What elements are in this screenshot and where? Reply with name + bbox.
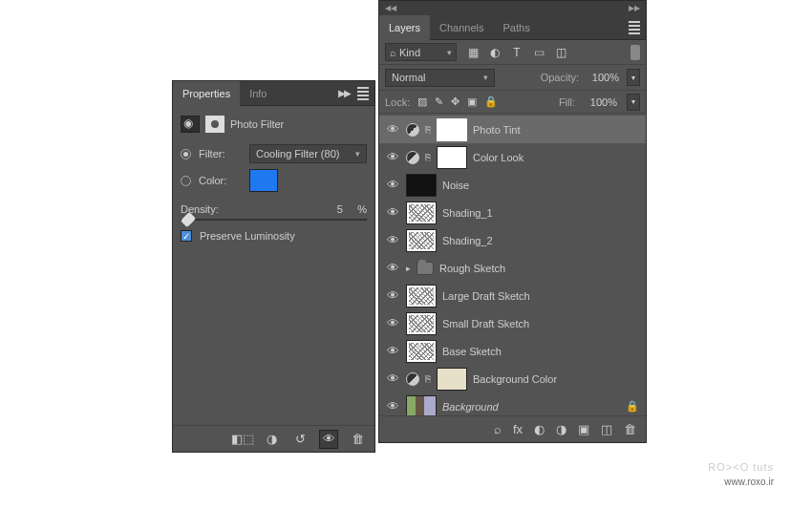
- layer-name[interactable]: Color Look: [473, 152, 640, 163]
- preserve-luminosity-checkbox[interactable]: [181, 230, 192, 242]
- layer-name[interactable]: Noise: [442, 180, 640, 191]
- layer-row[interactable]: 👁▸Rough Sketch: [379, 254, 646, 282]
- layer-name[interactable]: Shading_1: [442, 207, 640, 219]
- lock-pixels-icon[interactable]: ✎: [435, 95, 443, 108]
- filter-smart-icon[interactable]: ◫: [554, 46, 567, 59]
- layer-name[interactable]: Photo Tint: [473, 124, 640, 136]
- layer-name[interactable]: Background: [442, 401, 619, 413]
- filter-radio[interactable]: [181, 149, 191, 159]
- layer-thumbnail[interactable]: [406, 395, 437, 418]
- visibility-icon[interactable]: 👁: [385, 150, 400, 164]
- layer-name[interactable]: Base Sketch: [442, 346, 640, 357]
- density-slider[interactable]: [181, 219, 367, 221]
- layer-thumbnail[interactable]: [406, 229, 437, 252]
- toggle-visibility-icon[interactable]: 👁: [319, 430, 338, 449]
- filter-kind-select[interactable]: ⌕ Kind ▾: [385, 43, 457, 61]
- filter-shape-icon[interactable]: ▭: [532, 46, 545, 59]
- mask-icon[interactable]: [205, 116, 224, 133]
- visibility-icon[interactable]: 👁: [385, 122, 400, 137]
- delete-layer-icon[interactable]: 🗑: [624, 422, 636, 436]
- layer-row[interactable]: 👁⎘Color Look: [379, 143, 646, 171]
- visibility-icon[interactable]: 👁: [385, 233, 400, 247]
- layer-thumbnail[interactable]: [406, 312, 437, 335]
- filter-adjustment-icon[interactable]: ◐: [488, 46, 502, 59]
- mask-thumbnail[interactable]: [437, 146, 467, 169]
- adjustment-icon: [406, 123, 419, 137]
- layer-style-icon[interactable]: fx: [513, 422, 523, 436]
- layers-collapse-bar[interactable]: ◀◀ ▶▶: [379, 1, 646, 15]
- fill-dropdown[interactable]: ▾: [627, 94, 640, 111]
- add-mask-icon[interactable]: ◐: [534, 422, 545, 436]
- panel-menu-icon[interactable]: [629, 21, 640, 34]
- layer-row[interactable]: 👁Small Draft Sketch: [379, 309, 646, 337]
- layer-thumbnail[interactable]: [406, 201, 437, 224]
- tab-info[interactable]: Info: [240, 81, 276, 106]
- tab-channels[interactable]: Channels: [430, 15, 493, 40]
- layer-name[interactable]: Large Draft Sketch: [442, 290, 640, 302]
- blend-mode-select[interactable]: Normal ▾: [385, 69, 495, 87]
- panel-menu-icon[interactable]: [357, 87, 369, 100]
- view-previous-icon[interactable]: ◑: [262, 430, 281, 449]
- new-fill-adjustment-icon[interactable]: ◑: [556, 422, 566, 436]
- density-value[interactable]: 5: [337, 203, 343, 215]
- color-radio[interactable]: [181, 176, 191, 186]
- chevron-down-icon: ▾: [355, 149, 360, 159]
- link-layers-icon[interactable]: ⌕: [494, 422, 502, 436]
- lock-transparency-icon[interactable]: ▨: [417, 95, 427, 108]
- visibility-icon[interactable]: 👁: [385, 399, 400, 413]
- tab-properties[interactable]: Properties: [173, 81, 240, 106]
- tab-layers[interactable]: Layers: [379, 15, 430, 40]
- visibility-icon[interactable]: 👁: [385, 178, 400, 192]
- disclosure-icon[interactable]: ▸: [406, 264, 411, 273]
- filter-toggle[interactable]: [630, 45, 640, 60]
- lock-position-icon[interactable]: ✥: [451, 95, 459, 108]
- layer-name[interactable]: Rough Sketch: [439, 263, 640, 274]
- filter-pixel-icon[interactable]: ▦: [466, 46, 480, 59]
- mask-thumbnail[interactable]: [437, 118, 467, 141]
- reset-icon[interactable]: ↺: [290, 430, 310, 449]
- visibility-icon[interactable]: 👁: [385, 205, 400, 220]
- clip-to-layer-icon[interactable]: ◧⬚: [233, 430, 252, 449]
- collapse-icon[interactable]: ▶▶: [338, 88, 350, 98]
- lock-icon[interactable]: 🔒: [625, 400, 640, 413]
- adjustment-icon: [406, 372, 419, 386]
- visibility-icon[interactable]: 👁: [385, 261, 400, 275]
- layer-row[interactable]: 👁⎘Background Color: [379, 365, 646, 392]
- layer-name[interactable]: Shading_2: [442, 235, 640, 246]
- link-icon: ⎘: [425, 124, 431, 135]
- filter-type-icon[interactable]: T: [510, 46, 524, 59]
- adjustment-header: Photo Filter: [181, 114, 367, 135]
- lock-all-icon[interactable]: 🔒: [484, 95, 498, 108]
- layer-row[interactable]: 👁Shading_2: [379, 226, 646, 254]
- lock-artboard-icon[interactable]: ▣: [467, 95, 477, 108]
- collapse-right-icon: ▶▶: [629, 4, 640, 12]
- visibility-icon[interactable]: 👁: [385, 344, 400, 358]
- opacity-dropdown[interactable]: ▾: [627, 69, 640, 86]
- layer-row[interactable]: 👁Noise: [379, 171, 646, 199]
- layer-row[interactable]: 👁Shading_1: [379, 199, 646, 226]
- visibility-icon[interactable]: 👁: [385, 371, 400, 386]
- new-group-icon[interactable]: ▣: [578, 422, 589, 436]
- layer-thumbnail[interactable]: [406, 340, 437, 363]
- delete-icon[interactable]: 🗑: [348, 430, 367, 449]
- layer-row[interactable]: 👁Base Sketch: [379, 337, 646, 365]
- layer-name[interactable]: Background Color: [473, 373, 640, 385]
- folder-icon: [417, 262, 434, 275]
- mask-thumbnail[interactable]: [437, 368, 467, 391]
- fill-value[interactable]: 100%: [583, 96, 619, 108]
- new-layer-icon[interactable]: ◫: [601, 422, 612, 436]
- tab-paths[interactable]: Paths: [494, 15, 540, 40]
- visibility-icon[interactable]: 👁: [385, 316, 400, 330]
- opacity-label: Opacity:: [541, 72, 579, 83]
- layer-thumbnail[interactable]: [406, 174, 437, 197]
- layer-name[interactable]: Small Draft Sketch: [442, 318, 640, 329]
- visibility-icon[interactable]: 👁: [385, 288, 400, 303]
- layer-thumbnail[interactable]: [406, 285, 437, 307]
- kind-label: Kind: [399, 47, 420, 58]
- layer-row[interactable]: 👁⎘Photo Tint: [379, 116, 646, 143]
- color-swatch[interactable]: [249, 169, 278, 192]
- watermark-url: www.roxo.ir: [708, 477, 774, 487]
- opacity-value[interactable]: 100%: [585, 72, 621, 83]
- layer-row[interactable]: 👁Large Draft Sketch: [379, 282, 646, 309]
- filter-select[interactable]: Cooling Filter (80) ▾: [249, 144, 367, 163]
